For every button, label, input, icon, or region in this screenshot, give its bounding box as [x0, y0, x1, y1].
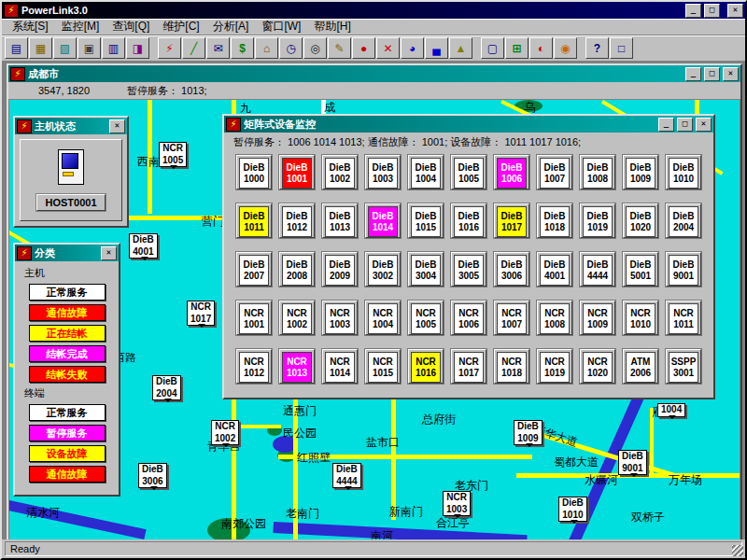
device-button[interactable]: DieB1008: [580, 155, 615, 189]
device-button[interactable]: NCR1005: [408, 301, 444, 335]
device-button[interactable]: DieB1005: [451, 155, 486, 189]
device-button[interactable]: DieB3002: [365, 252, 401, 287]
device-marker[interactable]: DieB2004: [152, 375, 181, 400]
device-button[interactable]: NCR1013: [279, 349, 315, 384]
money-icon[interactable]: $: [231, 37, 254, 59]
device-button[interactable]: NCR1003: [322, 301, 358, 335]
device-button[interactable]: NCR1016: [408, 349, 444, 384]
close-button[interactable]: ✕: [727, 4, 743, 18]
device-marker[interactable]: NCR1017: [187, 301, 215, 326]
report-icon[interactable]: ▲: [449, 37, 472, 59]
bank-icon[interactable]: ⌂: [255, 37, 278, 59]
bar-chart-icon[interactable]: ▄: [425, 37, 448, 59]
host-close-button[interactable]: ✕: [109, 119, 125, 133]
device-button[interactable]: DieB4444: [580, 252, 615, 287]
printer-icon[interactable]: ▣: [78, 37, 101, 59]
device-button[interactable]: DieB1007: [537, 155, 572, 189]
device-button[interactable]: NCR1007: [494, 301, 529, 335]
device-button[interactable]: DieB3006: [494, 252, 529, 287]
device-button[interactable]: DieB1004: [408, 155, 444, 189]
device-button[interactable]: DieB1012: [279, 203, 315, 238]
line-chart-icon[interactable]: ╱: [182, 37, 205, 59]
device-marker[interactable]: NCR1003: [443, 491, 471, 516]
map-minimize-button[interactable]: _: [685, 67, 701, 81]
device-button[interactable]: NCR1010: [623, 301, 658, 335]
maximize-button[interactable]: □: [704, 4, 720, 18]
device-button[interactable]: DieB1017: [494, 203, 529, 238]
device-button[interactable]: DieB1015: [408, 203, 444, 238]
window-icon[interactable]: □: [610, 37, 633, 59]
device-button[interactable]: DieB1011: [236, 203, 272, 238]
device-button[interactable]: DieB9001: [666, 252, 701, 287]
legend-close-button[interactable]: ✕: [101, 246, 117, 260]
matrix-minimize-button[interactable]: _: [658, 118, 674, 132]
record-icon[interactable]: ●: [352, 37, 375, 59]
device-button[interactable]: NCR1006: [451, 301, 486, 335]
device-button[interactable]: DieB1020: [623, 203, 658, 238]
export-icon[interactable]: ◨: [126, 37, 149, 59]
device-marker[interactable]: NCR1002: [211, 420, 239, 445]
device-button[interactable]: SSPP3001: [666, 349, 701, 384]
device-button[interactable]: DieB1002: [322, 155, 358, 189]
menu-query[interactable]: 查询[Q]: [106, 18, 156, 35]
map-maximize-button[interactable]: □: [704, 67, 720, 81]
device-button[interactable]: DieB1003: [365, 155, 401, 189]
device-button[interactable]: DieB4001: [537, 252, 572, 287]
host-computer-icon[interactable]: [55, 149, 87, 187]
device-marker[interactable]: DieB4444: [332, 463, 361, 488]
device-button[interactable]: DieB1000: [236, 155, 272, 189]
menu-monitor[interactable]: 监控[M]: [55, 18, 106, 35]
device-button[interactable]: DieB5001: [623, 252, 658, 287]
device-marker[interactable]: NCR1005: [159, 142, 187, 167]
pie-chart-icon[interactable]: ◕: [401, 37, 424, 59]
menu-help[interactable]: 帮助[H]: [307, 18, 357, 35]
menu-system[interactable]: 系统[S]: [6, 18, 55, 35]
device-button[interactable]: NCR1015: [365, 349, 401, 384]
monitor-icon[interactable]: ▢: [481, 37, 504, 59]
device-button[interactable]: DieB1016: [451, 203, 486, 238]
device-button[interactable]: NCR1018: [494, 349, 529, 384]
device-button[interactable]: NCR1017: [451, 349, 486, 384]
device-button[interactable]: NCR1012: [236, 349, 272, 384]
help-icon[interactable]: ?: [585, 37, 609, 59]
lightning-icon[interactable]: ⚡: [158, 37, 181, 59]
device-button[interactable]: DieB1013: [322, 203, 358, 238]
device-button[interactable]: NCR1009: [580, 301, 615, 335]
device-button[interactable]: NCR1001: [236, 301, 272, 335]
device-marker[interactable]: DieB1009: [514, 420, 543, 445]
menu-window[interactable]: 窗口[W]: [255, 18, 307, 35]
device-button[interactable]: DieB3005: [451, 252, 486, 287]
device-button[interactable]: NCR1002: [279, 301, 315, 335]
device-button[interactable]: DieB2004: [666, 203, 701, 238]
device-button[interactable]: DieB1018: [537, 203, 572, 238]
device-button[interactable]: DieB2008: [279, 252, 315, 287]
device-button[interactable]: DieB1019: [580, 203, 615, 238]
device-button[interactable]: NCR1014: [322, 349, 358, 384]
matrix-icon[interactable]: ⊞: [505, 37, 529, 59]
status-icon[interactable]: ◐: [529, 37, 553, 59]
menu-maintain[interactable]: 维护[C]: [156, 18, 205, 35]
device-marker[interactable]: DieB4001: [129, 233, 158, 259]
device-marker[interactable]: DieB9001: [618, 450, 647, 475]
open-map-icon[interactable]: ▦: [29, 37, 52, 59]
matrix-close-button[interactable]: ✕: [696, 118, 712, 132]
device-marker[interactable]: DieB3006: [138, 463, 167, 488]
host-button[interactable]: HOST0001: [36, 194, 105, 211]
mail-icon[interactable]: ✉: [206, 37, 230, 59]
device-button[interactable]: DieB2009: [322, 252, 358, 287]
device-button[interactable]: DieB1010: [666, 155, 701, 189]
search-icon[interactable]: ◎: [303, 37, 327, 59]
device-button[interactable]: DieB1001: [279, 155, 315, 189]
device-marker[interactable]: DieB1010: [558, 497, 587, 522]
alarm-icon[interactable]: ◉: [554, 37, 577, 59]
delete-icon[interactable]: ✕: [376, 37, 400, 59]
minimize-button[interactable]: _: [685, 4, 701, 18]
map-close-button[interactable]: ✕: [723, 67, 739, 81]
device-button[interactable]: NCR1011: [666, 301, 701, 335]
device-button[interactable]: DieB1014: [365, 203, 401, 238]
device-button[interactable]: ATM2006: [623, 349, 658, 384]
device-button[interactable]: DieB2007: [236, 252, 272, 287]
matrix-maximize-button[interactable]: □: [677, 118, 693, 132]
save-icon[interactable]: ▧: [53, 37, 77, 59]
edit-icon[interactable]: ✎: [328, 37, 351, 59]
